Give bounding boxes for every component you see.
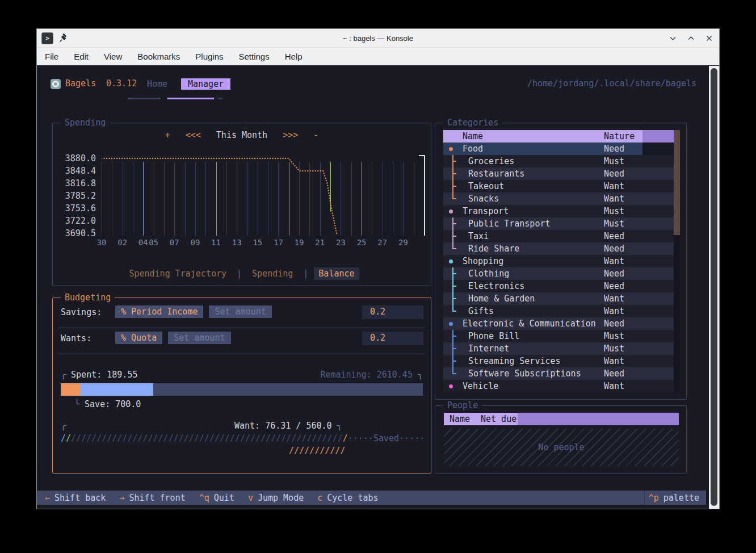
people-header-row: Name Net due [444, 413, 679, 425]
tab-home[interactable]: Home [141, 78, 173, 90]
category-row-shopping[interactable]: ShoppingWant [443, 255, 674, 267]
view-tab-spending-trajectory[interactable]: Spending Trajectory [124, 267, 231, 280]
category-row-transport[interactable]: TransportMust [443, 205, 674, 217]
categories-table: Name Nature FoodNeedGroceriesMustRestaur… [443, 130, 674, 392]
shortcut-quit[interactable]: ^qQuit [199, 493, 234, 503]
category-name: Groceries [468, 155, 514, 167]
col-net-due: Net due [481, 413, 516, 425]
category-name: Software Subscriptions [468, 367, 581, 380]
category-row-food[interactable]: FoodNeed [443, 143, 674, 155]
close-button[interactable] [704, 34, 713, 43]
category-row-home-garden[interactable]: Home & GardenWant [443, 292, 674, 305]
category-row-taxi[interactable]: TaxiNeed [443, 230, 674, 242]
category-name: Takeout [468, 180, 504, 192]
terminal-scrollbar-thumb[interactable] [711, 68, 717, 506]
-quota-button[interactable]: % Quota [115, 332, 162, 344]
zoom-out-button[interactable]: - [313, 130, 318, 140]
category-row-electronics[interactable]: ElectronicsNeed [443, 280, 674, 292]
tab-underline-indicator [51, 98, 334, 99]
category-row-clothing[interactable]: ClothingNeed [443, 267, 674, 280]
palette-shortcut-key: ^p [649, 493, 659, 503]
category-row-vehicle[interactable]: VehicleWant [443, 380, 674, 392]
category-nature: Want [604, 380, 624, 392]
menu-file[interactable]: File [45, 52, 58, 61]
menu-plugins[interactable]: Plugins [195, 52, 223, 61]
category-row-software-subscriptions[interactable]: Software SubscriptionsNeed [443, 367, 674, 380]
shortcut-key: ^q [199, 493, 209, 503]
col-name: Name [450, 413, 470, 425]
minimize-button[interactable] [668, 34, 677, 43]
wants-label: Wants: [61, 333, 91, 343]
categories-scrollbar-thumb[interactable] [674, 130, 680, 235]
want-bar-lead-slash: / [61, 433, 66, 443]
tab-manager[interactable]: Manager [181, 78, 230, 90]
shortcut-label: Shift back [54, 493, 106, 503]
want-bar-lead-slash: / [66, 433, 71, 443]
categories-scrollbar[interactable] [674, 130, 680, 392]
set-amount-button[interactable]: Set amount [168, 332, 230, 344]
category-row-internet[interactable]: InternetMust [443, 342, 674, 355]
tree-branch-tick [452, 286, 456, 287]
menu-settings[interactable]: Settings [239, 52, 270, 61]
chart-view-tabs: Spending Trajectory|Spending|Balance [53, 269, 431, 279]
shortcut-cycle-tabs[interactable]: cCycle tabs [317, 493, 378, 503]
menu-view[interactable]: View [104, 52, 122, 61]
category-row-phone-bill[interactable]: Phone BillMust [443, 330, 674, 342]
category-nature: Want [604, 180, 624, 192]
category-row-public-transport[interactable]: Public TransportMust [443, 217, 674, 230]
x-axis-tick: 30 [97, 238, 107, 247]
view-tab-balance[interactable]: Balance [314, 267, 359, 280]
shortcut-shift-front[interactable]: →Shift front [119, 493, 185, 503]
category-row-ride-share[interactable]: Ride ShareNeed [443, 242, 674, 255]
titlebar[interactable]: > ~ : bagels — Konsole [37, 29, 719, 48]
shortcut-label: Quit [214, 493, 234, 503]
category-row-streaming-services[interactable]: Streaming ServicesWant [443, 355, 674, 367]
tree-branch-tick [452, 273, 456, 274]
terminal-screen[interactable]: Bagels 0.3.12 Home Manager /home/jordang… [37, 66, 719, 509]
category-name: Clothing [468, 267, 509, 280]
category-row-takeout[interactable]: TakeoutWant [443, 180, 674, 192]
category-name: Taxi [468, 230, 489, 242]
prev-period-button[interactable]: <<< [186, 130, 201, 140]
view-tab-spending[interactable]: Spending [247, 267, 297, 280]
next-period-button[interactable]: >>> [283, 130, 298, 140]
menu-bookmarks[interactable]: Bookmarks [137, 52, 180, 61]
zoom-in-button[interactable]: + [165, 130, 170, 140]
category-row-snacks[interactable]: SnacksWant [443, 192, 674, 205]
want-overflow-bar: /////////// [289, 446, 345, 456]
category-nature: Need [604, 280, 624, 292]
terminal-scrollbar[interactable] [709, 66, 719, 509]
category-row-restaurants[interactable]: RestaurantsNeed [443, 167, 674, 180]
terminal-icon: > [41, 32, 53, 44]
wants-value-input[interactable]: 0.2 [362, 332, 423, 345]
savings-value-input[interactable]: 0.2 [362, 305, 423, 319]
set-amount-button[interactable]: Set amount [209, 305, 271, 318]
maximize-button[interactable] [686, 34, 695, 43]
save-segment [81, 383, 153, 396]
category-dot [449, 322, 453, 326]
y-axis-tick: 3722.0 [61, 215, 96, 227]
col-nature: Nature [604, 130, 635, 143]
shortcut-jump-mode[interactable]: vJump Mode [248, 493, 304, 503]
bracket-mark: ╭ [61, 421, 66, 431]
balance-line [102, 152, 424, 237]
menu-edit[interactable]: Edit [74, 52, 89, 61]
category-name: Streaming Services [468, 355, 561, 367]
y-axis-tick: 3816.8 [61, 178, 96, 189]
tree-branch-tick [452, 298, 456, 299]
x-axis-tick: 13 [232, 238, 242, 247]
menu-help[interactable]: Help [285, 52, 303, 61]
category-nature: Need [604, 230, 624, 242]
-period-income-button[interactable]: % Period Income [115, 305, 203, 318]
category-row-groceries[interactable]: GroceriesMust [443, 155, 674, 167]
x-axis-tick: 11 [211, 238, 221, 247]
tree-branch-tick [452, 361, 456, 362]
category-row-electronic-communication[interactable]: Electronic & CommunicationNeed [443, 317, 674, 330]
x-axis-tick: 27 [377, 238, 387, 247]
category-dot [449, 210, 453, 213]
category-row-gifts[interactable]: GiftsWant [443, 305, 674, 317]
x-axis-tick: 09 [190, 238, 200, 247]
category-name: Internet [468, 342, 509, 355]
shortcut-shift-back[interactable]: ←Shift back [45, 493, 106, 503]
category-nature: Want [604, 305, 624, 317]
